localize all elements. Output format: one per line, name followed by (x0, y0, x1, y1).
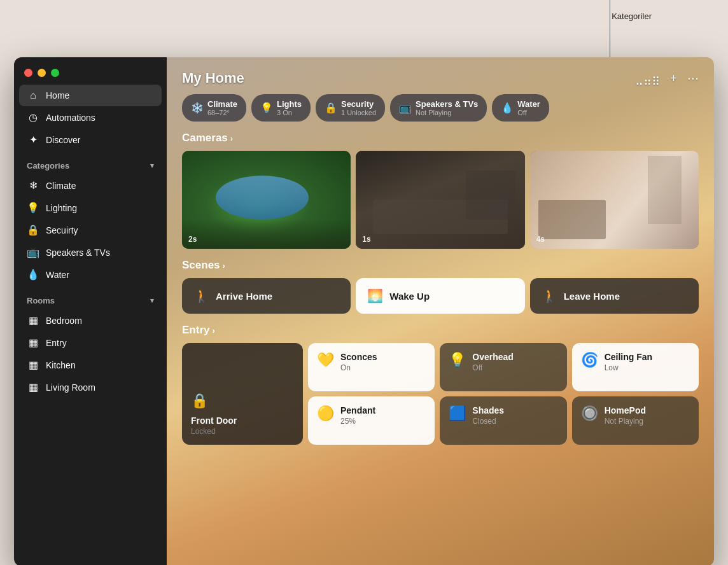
card-ceiling-fan[interactable]: 🌀 Ceiling Fan Low (572, 343, 699, 391)
sidebar-navigation: ⌂ Home ◷ Automations ✦ Discover Categori… (14, 85, 167, 565)
sidebar: ⌂ Home ◷ Automations ✦ Discover Categori… (14, 57, 167, 565)
overhead-name: Overhead (472, 352, 514, 362)
water-icon: 💧 (27, 269, 39, 281)
climate-pill-status: 68–72° (207, 109, 237, 116)
water-pill-name: Water (517, 99, 540, 109)
front-door-name: Front Door (191, 415, 237, 426)
annotation-line-top (610, 0, 610, 64)
sidebar-label-automations: Automations (46, 113, 95, 123)
category-pills: ❄️ Climate 68–72° 💡 Lights 3 On (167, 94, 714, 132)
header-actions: ⣀⣤⣶ + ··· (635, 70, 699, 87)
header: My Home ⣀⣤⣶ + ··· (167, 57, 714, 94)
discover-icon: ✦ (27, 134, 39, 146)
sidebar-item-entry[interactable]: ▦ Entry (19, 331, 162, 354)
sidebar-item-discover[interactable]: ✦ Discover (19, 129, 162, 151)
minimize-button[interactable] (38, 69, 46, 77)
pill-climate[interactable]: ❄️ Climate 68–72° (182, 94, 246, 122)
sidebar-item-automations[interactable]: ◷ Automations (19, 106, 162, 129)
speakers-icon: 📺 (27, 246, 39, 258)
entry-chevron: › (212, 326, 214, 335)
automations-icon: ◷ (27, 111, 39, 123)
camera-living-label: 4s (536, 235, 545, 244)
categories-chevron: ▾ (150, 162, 154, 170)
fullscreen-button[interactable] (51, 69, 59, 77)
card-sconces[interactable]: 💛 Sconces On (308, 343, 435, 391)
categories-label: Categories (27, 161, 69, 171)
wake-up-icon: 🌅 (367, 288, 383, 303)
main-content-area: My Home ⣀⣤⣶ + ··· ❄️ Climate 68–72° (167, 57, 714, 565)
camera-pool-label: 2s (188, 235, 197, 244)
sidebar-label-water: Water (46, 270, 69, 280)
card-homepod[interactable]: 🔘 HomePod Not Playing (572, 396, 699, 445)
camera-garage-label: 1s (362, 235, 370, 244)
pendant-icon: 🟡 (317, 405, 334, 422)
main-content: My Home ⣀⣤⣶ + ··· ❄️ Climate 68–72° (167, 57, 714, 565)
pill-security[interactable]: 🔒 Security 1 Unlocked (316, 94, 385, 122)
water-pill-status: Off (517, 109, 540, 116)
categories-section-header[interactable]: Categories ▾ (19, 151, 162, 174)
sidebar-label-living-room: Living Room (46, 382, 95, 393)
card-overhead[interactable]: 💡 Overhead Off (440, 343, 566, 391)
living-room-icon: ▦ (27, 381, 39, 393)
bedroom-icon: ▦ (27, 314, 39, 326)
shades-name: Shades (472, 405, 504, 415)
scene-leave-home[interactable]: 🚶 Leave Home (530, 278, 699, 314)
entry-icon: ▦ (27, 337, 39, 349)
rooms-section-header[interactable]: Rooms ▾ (19, 286, 162, 309)
speakers-pill-name: Speakers & TVs (416, 99, 478, 109)
more-button[interactable]: ··· (687, 70, 699, 87)
sidebar-item-living-room[interactable]: ▦ Living Room (19, 376, 162, 398)
sidebar-label-lighting: Lighting (46, 203, 77, 213)
camera-pool[interactable]: 2s (182, 151, 351, 249)
ceiling-fan-status: Low (605, 363, 652, 372)
scene-wake-up[interactable]: 🌅 Wake Up (356, 278, 524, 314)
waveform-button[interactable]: ⣀⣤⣶ (635, 71, 660, 85)
sconces-status: On (340, 363, 377, 372)
sidebar-item-water[interactable]: 💧 Water (19, 263, 162, 286)
overhead-icon: 💡 (449, 352, 466, 368)
sidebar-item-kitchen[interactable]: ▦ Kitchen (19, 354, 162, 376)
card-shades[interactable]: 🟦 Shades Closed (440, 396, 566, 445)
sidebar-label-kitchen: Kitchen (46, 360, 76, 370)
sidebar-item-speakers[interactable]: 📺 Speakers & TVs (19, 241, 162, 263)
scenes-label: Scenes (182, 259, 220, 272)
pill-water[interactable]: 💧 Water Off (492, 94, 549, 122)
entry-section-header[interactable]: Entry › (167, 324, 714, 343)
sidebar-item-climate[interactable]: ❄ Climate (19, 174, 162, 197)
sidebar-item-home[interactable]: ⌂ Home (19, 85, 162, 106)
sidebar-item-lighting[interactable]: 💡 Lighting (19, 197, 162, 219)
scenes-row: 🚶 Arrive Home 🌅 Wake Up 🚶 Leave Home (167, 278, 714, 324)
shades-status: Closed (472, 417, 504, 426)
scenes-section-header[interactable]: Scenes › (167, 259, 714, 278)
card-front-door[interactable]: 🔒 Front Door Locked (182, 343, 303, 445)
add-button[interactable]: + (670, 72, 677, 85)
rooms-label: Rooms (27, 296, 55, 305)
page-title: My Home (182, 70, 244, 87)
sidebar-label-entry: Entry (46, 338, 67, 348)
close-button[interactable] (24, 69, 32, 77)
lights-pill-status: 3 On (277, 109, 302, 116)
scroll-area[interactable]: Cameras › 2s (167, 132, 714, 565)
security-pill-status: 1 Unlocked (341, 109, 376, 116)
water-pill-icon: 💧 (501, 102, 514, 114)
pill-lights[interactable]: 💡 Lights 3 On (251, 94, 311, 122)
scene-arrive-home[interactable]: 🚶 Arrive Home (182, 278, 351, 314)
sidebar-item-security[interactable]: 🔒 Secuirty (19, 219, 162, 241)
camera-living[interactable]: 4s (530, 151, 699, 249)
sidebar-label-home: Home (46, 90, 69, 101)
leave-home-label: Leave Home (564, 291, 620, 302)
rooms-chevron: ▾ (150, 296, 154, 305)
entry-grid: 🔒 Front Door Locked 💛 Sconces On (167, 343, 714, 455)
pill-speakers[interactable]: 📺 Speakers & TVs Not Playing (390, 94, 487, 122)
front-door-icon: 🔒 (191, 393, 208, 409)
camera-garage[interactable]: 1s (356, 151, 524, 249)
wake-up-label: Wake Up (389, 291, 430, 302)
home-icon: ⌂ (27, 90, 39, 101)
sidebar-item-bedroom[interactable]: ▦ Bedroom (19, 309, 162, 331)
sidebar-label-speakers: Speakers & TVs (46, 248, 110, 258)
card-pendant[interactable]: 🟡 Pendant 25% (308, 396, 435, 445)
cameras-section-header[interactable]: Cameras › (167, 132, 714, 151)
cameras-label: Cameras (182, 132, 228, 144)
security-icon: 🔒 (27, 224, 39, 236)
scenes-chevron: › (223, 261, 225, 270)
